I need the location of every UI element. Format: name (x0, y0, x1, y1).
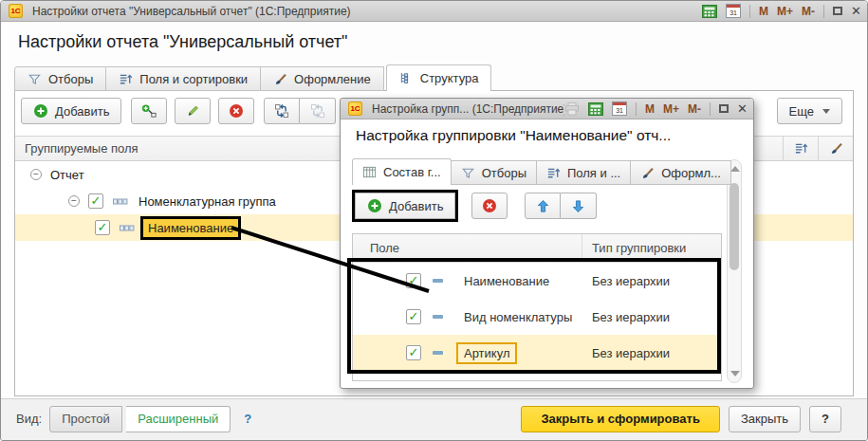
more-button-label: Еще (789, 104, 814, 119)
tree-row-label: Наименование (148, 221, 233, 235)
view-switcher: Простой Расширенный (49, 406, 231, 432)
tab-label: Структура (420, 71, 479, 85)
close-dialog-button[interactable]: ✕ (737, 102, 748, 115)
memory-plus-button[interactable]: M+ (663, 102, 679, 116)
table-row-name[interactable]: Наименование Без иерархии (353, 263, 721, 299)
paintbrush-icon (829, 141, 843, 156)
tab-appearance[interactable]: Оформление (261, 66, 384, 91)
delete-button[interactable] (218, 98, 254, 124)
tab-appearance-dialog[interactable]: Оформл... (631, 160, 731, 185)
annotation-box-article: Артикул (456, 342, 517, 364)
table-header: Поле Тип группировки (353, 234, 721, 263)
titlebar-separator (636, 102, 637, 116)
calculator-icon[interactable] (702, 5, 717, 18)
memory-button[interactable]: M (645, 102, 655, 116)
memory-minus-button[interactable]: M- (802, 5, 815, 18)
scrollbar-thumb[interactable] (729, 183, 739, 270)
move-up-button-dialog[interactable] (525, 193, 561, 219)
calendar-icon-top (727, 5, 740, 8)
add-group-button[interactable] (131, 98, 167, 124)
appearance-column-header[interactable] (818, 137, 853, 160)
1c-logo-icon: 1С (348, 101, 362, 116)
main-tabs: Отборы Поля и сортировки Оформление Стру… (14, 65, 491, 91)
close-window-button[interactable]: ✕ (851, 5, 861, 17)
tab-structure[interactable]: Структура (386, 64, 492, 91)
table-row-article[interactable]: Артикул Без иерархии (353, 335, 721, 371)
funnel-icon (28, 72, 42, 86)
tab-label: Поля и ... (567, 166, 620, 180)
tab-label: Отборы (48, 72, 93, 86)
scroll-up-icon[interactable] (730, 166, 740, 172)
add-button-dialog[interactable]: Добавить (355, 193, 455, 219)
main-footer: Вид: Простой Расширенный ? Закрыть и сфо… (1, 398, 867, 440)
tab-fields-sorting[interactable]: Поля и сортировки (106, 66, 261, 91)
column-header-group-type[interactable]: Тип группировки (582, 234, 721, 262)
tab-filters[interactable]: Отборы (14, 66, 106, 91)
more-button[interactable]: Еще (777, 98, 842, 124)
memory-button[interactable]: M (759, 5, 768, 18)
grouping-settings-dialog: 1С Настройка групп... (1С:Предприятие) 3… (340, 98, 754, 389)
edit-button[interactable] (175, 98, 211, 124)
dialog-scrollbar[interactable] (727, 159, 742, 383)
close-and-generate-button[interactable]: Закрыть и сформировать (521, 406, 720, 432)
calendar-icon[interactable]: 31 (612, 101, 627, 116)
checkbox[interactable] (95, 220, 110, 235)
collapse-icon[interactable] (30, 169, 42, 180)
column-header-field[interactable]: Поле (353, 234, 582, 262)
grouping-icon (113, 197, 128, 206)
calendar-icon[interactable]: 31 (726, 4, 741, 18)
calculator-icon[interactable] (588, 102, 603, 116)
move-out-of-group-icon (310, 103, 325, 119)
checkbox[interactable] (406, 273, 421, 288)
delete-button-dialog[interactable] (471, 193, 508, 219)
plus-icon (367, 198, 382, 213)
checkbox[interactable] (88, 193, 103, 209)
titlebar-separator (749, 5, 750, 18)
field-label: Вид номенклатуры (464, 310, 572, 324)
move-out-of-group-button[interactable] (300, 98, 336, 124)
group-type-value: Без иерархии (592, 274, 670, 288)
tree-row-label: Отчет (50, 168, 84, 182)
view-simple-button[interactable]: Простой (49, 406, 122, 432)
sort-column-header[interactable] (783, 137, 818, 160)
close-button-footer[interactable]: Закрыть (729, 406, 801, 432)
move-into-group-icon (274, 103, 289, 119)
checkbox[interactable] (406, 345, 421, 360)
field-dash-icon (433, 351, 443, 355)
view-label: Вид: (16, 412, 42, 426)
table-row-nomenclature-type[interactable]: Вид номенклатуры Без иерархии (353, 299, 721, 335)
group-type-value: Без иерархии (592, 346, 670, 360)
structure-icon (399, 71, 414, 85)
memory-plus-button[interactable]: M+ (777, 5, 793, 18)
sort-icon (546, 166, 561, 180)
sort-icon (794, 141, 808, 156)
dialog-titlebar: 1С Настройка групп... (1С:Предприятие) 3… (341, 99, 753, 119)
field-label: Наименование (464, 274, 549, 288)
help-button[interactable]: ? (809, 406, 841, 432)
composition-table: Поле Тип группировки Наименование Без ие… (352, 233, 722, 381)
move-into-group-button[interactable] (264, 98, 300, 124)
tab-label: Оформление (294, 72, 371, 86)
funnel-icon (461, 166, 475, 180)
view-extended-button[interactable]: Расширенный (126, 406, 231, 432)
help-link[interactable]: ? (244, 412, 251, 426)
delete-icon (482, 198, 497, 213)
add-button[interactable]: Добавить (21, 98, 121, 124)
add-group-icon (141, 103, 157, 119)
maximize-button[interactable] (719, 104, 729, 113)
tree-row-label: Номенклатурная группа (139, 194, 276, 209)
table-grid-icon (362, 165, 377, 179)
1c-logo-icon: 1С (9, 4, 23, 18)
calendar-day: 31 (616, 106, 623, 115)
collapse-icon[interactable] (68, 195, 80, 207)
tab-fields-dialog[interactable]: Поля и ... (537, 160, 631, 185)
tab-composition[interactable]: Состав г... (352, 158, 452, 185)
add-button-label: Добавить (389, 199, 443, 213)
checkbox[interactable] (406, 309, 421, 324)
tab-filters-dialog[interactable]: Отборы (452, 160, 537, 185)
scroll-down-icon[interactable] (730, 371, 740, 377)
memory-minus-button[interactable]: M- (688, 102, 701, 116)
move-down-button-dialog[interactable] (561, 193, 597, 219)
maximize-button[interactable] (833, 7, 842, 15)
paintbrush-icon (640, 166, 655, 180)
